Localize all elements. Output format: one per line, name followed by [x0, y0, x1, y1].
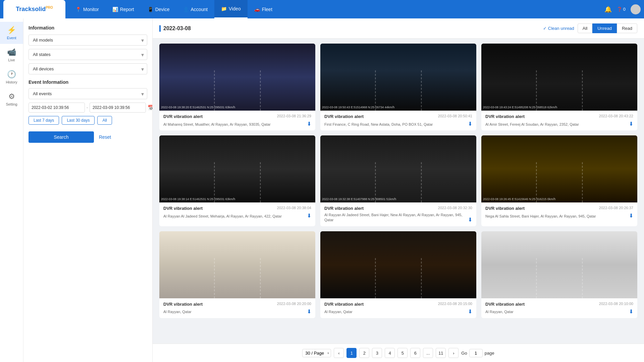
event-card-8[interactable]: DVR vibration alert 2022-03-08 20:15:00 … [320, 231, 476, 318]
nav-account[interactable]: 👤 Account [176, 0, 215, 18]
nav-right: 🔔 ❓ 0 [604, 4, 641, 14]
download-icon[interactable]: ⬇ [307, 213, 311, 219]
card-event-name: DVR vibration alert [485, 302, 525, 307]
date-separator: - [87, 105, 88, 110]
calendar-icon[interactable]: 📅 [148, 105, 153, 111]
download-icon[interactable]: ⬇ [629, 308, 633, 315]
nav-report[interactable]: 📊 Report [106, 0, 141, 18]
history-icon: 🕐 [7, 70, 16, 79]
date-indicator [159, 25, 161, 32]
goto-page-input[interactable] [469, 349, 483, 357]
nav-monitor[interactable]: 📍 Monitor [69, 0, 106, 18]
page-4-button[interactable]: 4 [385, 348, 395, 358]
filter-read-button[interactable]: Read [617, 23, 637, 33]
card-time: 2022-03-08 20:32:30 [438, 206, 472, 210]
page-size-select[interactable]: 30 / Page 10 / Page 20 / Page 50 / Page [302, 349, 331, 357]
download-icon[interactable]: ⬇ [468, 121, 472, 127]
download-icon[interactable]: ⬇ [468, 308, 472, 315]
left-panel: Information All models ▾ All states ▾ Al… [23, 18, 153, 362]
card-location: Al Rayyan, Qatar [163, 309, 304, 314]
page-3-button[interactable]: 3 [372, 348, 382, 358]
card-thumbnail: 2022-03-08 19:38:14 E:51462531 N:25-2950… [159, 135, 315, 202]
download-icon[interactable]: ⬇ [307, 121, 311, 127]
filter-all-button[interactable]: All [578, 23, 592, 33]
event-card-3[interactable]: 2022-03-08 19:43:24 E:51495208 N:25-2685… [481, 44, 637, 130]
page-1-button[interactable]: 1 [346, 348, 357, 358]
card-thumbnail: 2022-03-08 19:50:43 E:51514968 N:25-2673… [320, 44, 476, 111]
pagination-bar: 30 / Page 10 / Page 20 / Page 50 / Page … [153, 344, 644, 362]
nav-fleet[interactable]: 🚗 Fleet [248, 0, 279, 18]
date-range: - 📅 [29, 103, 147, 113]
card-time: 2022-03-08 20:43:22 [599, 114, 633, 118]
event-info-title: Event Information [29, 79, 147, 85]
card-location: Al Rayyan, Qatar [324, 309, 465, 314]
nav-video[interactable]: 📁 Video [214, 0, 248, 18]
search-button[interactable]: Search [29, 131, 94, 143]
page-goto: Go page [461, 349, 494, 357]
card-event-name: DVR vibration alert [485, 206, 525, 211]
date-to-input[interactable] [90, 103, 146, 113]
page-6-button[interactable]: 6 [410, 348, 420, 358]
page-ellipsis: ... [423, 348, 433, 358]
device-select-wrapper: All devices ▾ [29, 63, 147, 74]
fleet-icon: 🚗 [254, 7, 260, 12]
road-lines [214, 258, 261, 298]
event-card-6[interactable]: 2022-03-08 19:26:45 E:51415646 N:25-3162… [481, 135, 637, 226]
all-dates-button[interactable]: All [97, 116, 112, 125]
date-from-input[interactable] [29, 103, 85, 113]
event-card-7[interactable]: DVR vibration alert 2022-03-08 20:20:00 … [159, 231, 315, 318]
user-avatar[interactable] [631, 4, 641, 14]
event-card-4[interactable]: 2022-03-08 19:38:14 E:51462531 N:25-2950… [159, 135, 315, 226]
notifications-bell[interactable]: 🔔 [604, 6, 612, 13]
page-5-button[interactable]: 5 [397, 348, 408, 358]
card-info: DVR vibration alert 2022-03-08 20:15:00 … [320, 298, 476, 318]
download-icon[interactable]: ⬇ [629, 213, 633, 219]
sidebar-item-setting[interactable]: ⚙ Setting [0, 88, 23, 110]
card-top: DVR vibration alert 2022-03-08 21:36:29 [163, 114, 311, 119]
event-card-5[interactable]: 2022-03-08 19:32:38 E:51407988 N:25-3085… [320, 135, 476, 226]
prev-page-button[interactable]: ‹ [334, 348, 344, 358]
page-2-button[interactable]: 2 [359, 348, 369, 358]
card-info: DVR vibration alert 2022-03-08 20:20:00 … [159, 298, 315, 318]
thumb-overlay: 2022-03-08 19:50:43 E:51514968 N:25-2673… [322, 106, 394, 109]
thumb-overlay: 2022-03-08 19:38:14 E:51462531 N:25-2950… [161, 197, 235, 201]
nav-device[interactable]: 📱 Device [141, 0, 176, 18]
card-info: DVR vibration alert 2022-03-08 21:36:29 … [159, 111, 315, 130]
download-icon[interactable]: ⬇ [307, 308, 311, 315]
card-time: 2022-03-08 20:10:00 [599, 302, 633, 306]
last-30-days-button[interactable]: Last 30 days [62, 116, 95, 125]
event-card-1[interactable]: 2022-03-08 19:38:20 E:51462531 N:25-2950… [159, 44, 315, 130]
monitor-icon: 📍 [75, 7, 81, 12]
page-11-button[interactable]: 11 [436, 348, 446, 358]
logo[interactable]: TracksolidPRO [3, 0, 65, 18]
sidebar-item-live[interactable]: 📹 Live [0, 44, 23, 66]
help-button[interactable]: ❓ 0 [617, 7, 626, 12]
last-7-days-button[interactable]: Last 7 days [29, 116, 59, 125]
card-time: 2022-03-08 20:26:37 [599, 206, 633, 210]
device-select[interactable]: All devices [29, 63, 147, 74]
clean-unread-button[interactable]: ✓ Clean unread [543, 26, 574, 31]
card-location: Al Rayyan Al Jadeed Street, Mehairja, Al… [163, 214, 304, 219]
card-bottom: First Finance, C Ring Road, New Aslata, … [324, 121, 472, 127]
road-lines [536, 70, 583, 111]
live-icon: 📹 [7, 48, 16, 57]
event-type-select[interactable]: All events [29, 88, 147, 99]
next-page-button[interactable]: › [448, 348, 459, 358]
card-event-name: DVR vibration alert [324, 114, 364, 119]
current-date: 2022-03-08 [163, 25, 191, 32]
event-card-2[interactable]: 2022-03-08 19:50:43 E:51514968 N:25-2673… [320, 44, 476, 130]
card-thumbnail [159, 231, 315, 298]
card-bottom: Al Rayyan, Qatar ⬇ [485, 308, 633, 315]
road-lines [375, 258, 422, 298]
sidebar-item-history[interactable]: 🕐 History [0, 66, 23, 88]
model-select[interactable]: All models [29, 35, 147, 46]
download-icon[interactable]: ⬇ [468, 217, 472, 223]
state-select[interactable]: All states [29, 49, 147, 60]
filter-unread-button[interactable]: Unread [592, 23, 617, 33]
download-icon[interactable]: ⬇ [629, 121, 633, 127]
event-card-9[interactable]: DVR vibration alert 2022-03-08 20:10:00 … [481, 231, 637, 318]
card-time: 2022-03-08 20:50:41 [438, 114, 472, 118]
reset-button[interactable]: Reset [99, 134, 111, 140]
card-info: DVR vibration alert 2022-03-08 20:26:37 … [481, 202, 637, 222]
sidebar-item-event[interactable]: ⚡ Event [0, 22, 23, 44]
